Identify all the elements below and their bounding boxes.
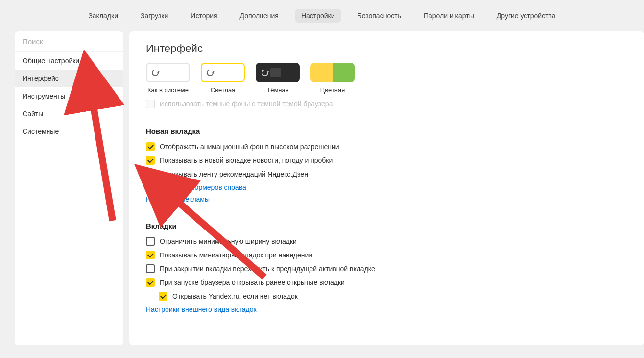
tab-extensions[interactable]: Дополнения: [234, 9, 285, 23]
link-tab-appearance[interactable]: Настройки внешнего вида вкладок: [146, 306, 627, 313]
label-hires-bg: Отображать анимационный фон в высоком ра…: [160, 143, 339, 151]
theme-system-label: Как в системе: [147, 86, 189, 94]
section-tabs-title: Вкладки: [146, 222, 627, 230]
tab-settings[interactable]: Настройки: [295, 9, 341, 23]
sidebar-item-interface[interactable]: Интерфейс: [15, 70, 123, 87]
tab-history[interactable]: История: [185, 9, 223, 23]
theme-system[interactable]: [146, 63, 190, 82]
label-open-yandex: Открывать Yandex.ru, если нет вкладок: [172, 292, 298, 300]
page-title: Интерфейс: [146, 42, 627, 55]
label-prev-active: При закрытии вкладки переходить к предыд…: [160, 265, 375, 273]
label-min-width: Ограничить минимальную ширину вкладки: [160, 237, 297, 245]
link-informers[interactable]: Настройки информеров справа: [146, 183, 627, 191]
theme-color[interactable]: [310, 63, 355, 82]
checkbox-restore[interactable]: [146, 278, 155, 287]
theme-color-label: Цветная: [320, 86, 345, 94]
checkbox-prev-active[interactable]: [146, 264, 155, 273]
settings-sidebar: Поиск Общие настройки Интерфейс Инструме…: [15, 31, 123, 345]
tab-passwords[interactable]: Пароли и карты: [418, 9, 480, 23]
search-input[interactable]: Поиск: [15, 31, 123, 52]
checkbox-show-news[interactable]: [146, 156, 155, 165]
checkbox-show-zen[interactable]: [146, 170, 155, 179]
reload-icon: [206, 68, 215, 77]
sidebar-item-tools[interactable]: Инструменты: [15, 87, 123, 105]
checkbox-hires-bg[interactable]: [146, 142, 155, 151]
settings-content: Интерфейс Как в системе Светлая: [129, 31, 644, 345]
theme-light-label: Светлая: [211, 86, 235, 94]
reload-icon: [261, 68, 269, 77]
theme-selector: Как в системе Светлая Тёмная Цветная: [146, 63, 627, 94]
label-restore: При запуске браузера открывать ранее отк…: [160, 279, 345, 286]
tab-downloads[interactable]: Загрузки: [135, 9, 174, 23]
label-show-zen: Показывать ленту рекомендаций Яндекс.Дзе…: [160, 170, 308, 178]
sidebar-item-sites[interactable]: Сайты: [15, 105, 123, 123]
sidebar-item-general[interactable]: Общие настройки: [15, 52, 123, 70]
mini-tab-icon: [215, 68, 226, 77]
tab-bookmarks[interactable]: Закладки: [82, 9, 124, 23]
checkbox-thumbnails[interactable]: [146, 251, 155, 259]
label-show-news: Показывать в новой вкладке новости, пого…: [160, 156, 333, 164]
section-newtab-title: Новая вкладка: [146, 127, 627, 135]
mini-tab-icon: [270, 68, 281, 77]
theme-dark-label: Тёмная: [266, 86, 289, 94]
tab-security[interactable]: Безопасность: [352, 9, 407, 23]
checkbox-open-yandex[interactable]: [159, 292, 167, 301]
top-nav: Закладки Загрузки История Дополнения Нас…: [0, 0, 644, 31]
checkbox-min-width[interactable]: [146, 237, 155, 246]
theme-dark[interactable]: [256, 63, 300, 82]
link-ads[interactable]: Настройки рекламы: [146, 195, 627, 203]
reload-icon: [151, 68, 160, 77]
dark-bg-label: Использовать тёмные фоны с тёмной темой …: [160, 100, 333, 108]
theme-light[interactable]: [201, 63, 245, 82]
mini-tab-icon: [161, 68, 171, 77]
tab-devices[interactable]: Другие устройства: [491, 9, 562, 23]
dark-bg-checkbox: [146, 100, 155, 108]
label-thumbnails: Показывать миниатюры вкладок при наведен…: [160, 251, 312, 259]
sidebar-item-system[interactable]: Системные: [15, 123, 123, 140]
